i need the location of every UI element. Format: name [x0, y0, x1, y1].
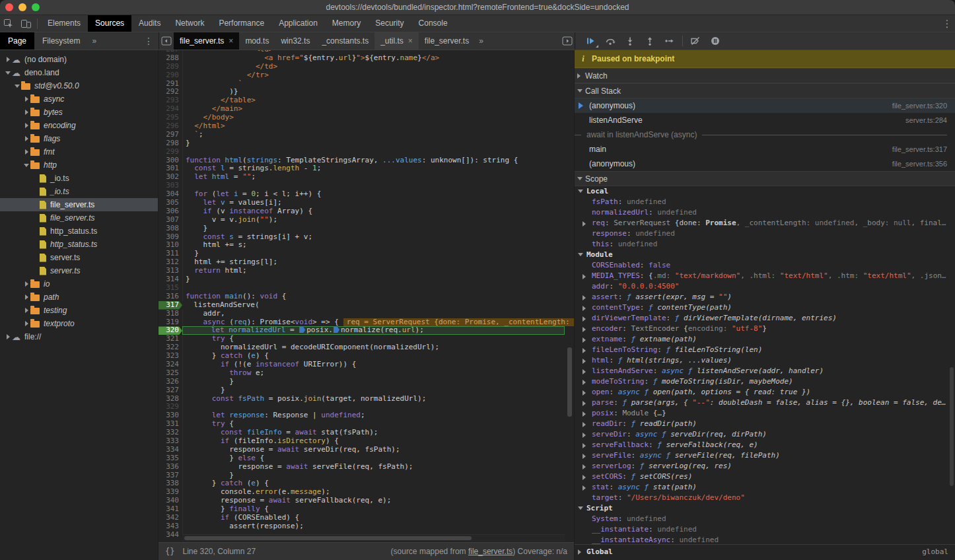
expand-icon[interactable] [583, 369, 586, 374]
tree-item-deno.land[interactable]: ☁deno.land [0, 66, 158, 79]
tree-expand-icon[interactable] [22, 308, 30, 313]
tree-item-file://[interactable]: ☁file:// [0, 330, 158, 343]
inline-breakpoint-marker-icon[interactable] [299, 326, 305, 333]
line-number[interactable]: 314 [159, 275, 183, 284]
code-line-content[interactable]: </main> [183, 105, 565, 114]
scope-row[interactable]: assert: ƒ assert(expr, msg = "") [575, 292, 955, 302]
tree-item-io[interactable]: io [0, 277, 158, 291]
tree-expand-icon[interactable] [4, 334, 12, 339]
expand-icon[interactable] [583, 359, 586, 364]
stack-frame-(anonymous)[interactable]: (anonymous)file_server.ts:320 [575, 98, 955, 113]
scope-row[interactable]: CORSEnabled: false [575, 260, 955, 271]
expand-icon[interactable] [583, 306, 586, 311]
code-line-content[interactable]: } [183, 378, 565, 386]
line-number[interactable]: 299 [159, 148, 183, 157]
editor-tabs-overflow-icon[interactable]: » [475, 36, 487, 46]
close-tab-icon[interactable]: × [408, 36, 413, 46]
expand-icon[interactable] [583, 475, 586, 480]
horizontal-scrollbar-thumb[interactable] [184, 536, 472, 540]
line-number[interactable]: 316 [159, 293, 183, 301]
tree-item-path[interactable]: path [0, 291, 158, 304]
horizontal-scrollbar[interactable] [182, 534, 565, 542]
tree-item-bytes[interactable]: bytes [0, 106, 158, 119]
scope-section-Module[interactable]: Module [575, 250, 955, 260]
line-number[interactable]: 326 [159, 378, 183, 386]
code-view[interactable]: 287 <td>288 <a href="${entry.url}">${ent… [159, 50, 574, 543]
tree-expand-icon[interactable] [13, 85, 21, 88]
tree-item-file_server.ts[interactable]: file_server.ts [0, 198, 158, 211]
navigator-overflow-icon[interactable]: » [88, 36, 100, 46]
line-number[interactable]: 305 [159, 199, 183, 207]
pretty-print-icon[interactable]: {} [159, 547, 182, 556]
line-number[interactable]: 288 [159, 54, 183, 63]
navigator-tab-page[interactable]: Page [0, 32, 34, 50]
tree-expand-icon[interactable] [22, 123, 30, 128]
expand-icon[interactable] [583, 443, 586, 448]
expand-icon[interactable] [583, 327, 586, 332]
editor-tab-_constants.ts[interactable]: _constants.ts [316, 32, 374, 50]
tab-performance[interactable]: Performance [211, 15, 271, 32]
expand-icon[interactable] [578, 253, 583, 256]
scope-row[interactable]: serverLog: ƒ serverLog(req, res) [575, 461, 955, 472]
tab-sources[interactable]: Sources [88, 15, 131, 32]
tree-expand-icon[interactable] [22, 164, 30, 167]
code-line-content[interactable]: html += s; [183, 241, 565, 250]
tree-item-encoding[interactable]: encoding [0, 119, 158, 132]
line-number[interactable]: 336 [159, 463, 183, 472]
line-number[interactable]: 335 [159, 454, 183, 463]
expand-icon[interactable] [583, 454, 586, 459]
expand-icon[interactable] [583, 422, 586, 427]
code-line-content[interactable]: </html> [183, 122, 565, 131]
code-line-content[interactable]: let normalizedUrl = posix.normalize(req.… [182, 326, 565, 335]
scope-row[interactable]: target: "/Users/biwanczuk/dev/deno" [575, 493, 955, 503]
line-number[interactable]: 327 [159, 386, 183, 395]
vertical-scrollbar-thumb[interactable] [567, 347, 572, 417]
close-tab-icon[interactable]: × [229, 36, 233, 46]
scope-row[interactable]: serveDir: async ƒ serveDir(req, dirPath) [575, 429, 955, 440]
line-number[interactable]: 319 [159, 318, 183, 327]
device-toolbar-icon[interactable] [17, 15, 34, 32]
scope-row[interactable]: serveFallback: ƒ serveFallback(req, e) [575, 440, 955, 450]
tree-expand-icon[interactable] [22, 295, 30, 300]
code-line-content[interactable]: v = v.join(""); [183, 216, 565, 225]
tree-item-fmt[interactable]: fmt [0, 145, 158, 158]
tree-expand-icon[interactable] [22, 96, 30, 102]
scope-row[interactable]: contentType: ƒ contentType(path) [575, 302, 955, 313]
scope-row[interactable]: open: async ƒ open(path, options = { rea… [575, 387, 955, 398]
scope-row[interactable]: response: undefined [575, 228, 955, 239]
line-number[interactable]: 308 [159, 225, 183, 233]
expand-icon[interactable] [583, 380, 586, 385]
code-line-content[interactable]: const fsPath = posix.join(target, normal… [183, 395, 565, 403]
line-number[interactable]: 298 [159, 139, 183, 148]
tree-expand-icon[interactable] [22, 136, 30, 141]
resume-button[interactable] [581, 33, 600, 49]
breakpoint-line-number[interactable]: 320 [159, 326, 182, 335]
scope-row[interactable]: dirViewerTemplate: ƒ dirViewerTemplate(d… [575, 313, 955, 324]
line-number[interactable]: 318 [159, 310, 183, 318]
line-number[interactable]: 324 [159, 361, 183, 369]
watch-section-header[interactable]: Watch [575, 68, 955, 83]
scope-row[interactable]: this: undefined [575, 239, 955, 250]
code-line-content[interactable]: return html; [183, 267, 565, 275]
step-over-button[interactable] [600, 33, 620, 49]
expand-icon[interactable] [583, 401, 586, 406]
scope-row[interactable]: listenAndServe: async ƒ listenAndServe(a… [575, 366, 955, 376]
breakpoint-line-number[interactable]: 317 [159, 301, 182, 310]
scope-row[interactable]: readDir: ƒ readDir(path) [575, 419, 955, 429]
expand-icon[interactable] [583, 337, 586, 343]
tree-expand-icon[interactable] [22, 321, 30, 326]
tree-item-http_status.ts[interactable]: http_status.ts [0, 225, 158, 238]
more-options-icon[interactable]: ⋮ [939, 15, 955, 32]
tab-security[interactable]: Security [368, 15, 411, 32]
line-number[interactable]: 296 [159, 122, 183, 131]
expand-icon[interactable] [583, 390, 586, 396]
expand-icon[interactable] [583, 221, 586, 227]
tree-item-http_status.ts[interactable]: http_status.ts [0, 238, 158, 251]
code-line-content[interactable]: } [183, 275, 565, 284]
line-number[interactable]: 306 [159, 207, 183, 216]
editor-tab-_util.ts[interactable]: _util.ts× [374, 32, 419, 50]
source-map-link[interactable]: file_server.ts [468, 547, 513, 556]
code-line-content[interactable]: assert(response); [183, 522, 565, 531]
scope-row[interactable]: __instantiate: undefined [575, 524, 955, 535]
line-number[interactable]: 315 [159, 284, 183, 293]
